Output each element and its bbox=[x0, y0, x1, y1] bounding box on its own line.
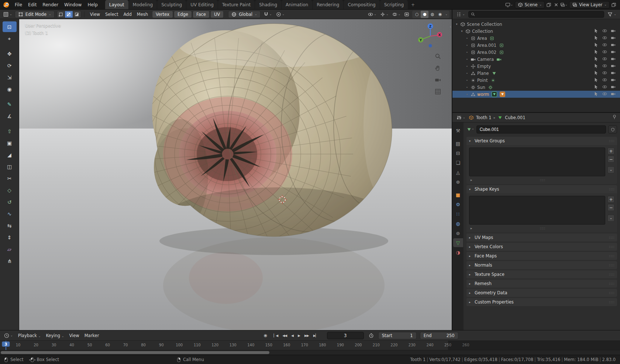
element-menu-vertex[interactable]: Vertex bbox=[152, 11, 173, 18]
new-scene-button[interactable] bbox=[545, 1, 552, 8]
tool-poly-build[interactable]: ◇ bbox=[3, 185, 17, 195]
selectable-toggle[interactable] bbox=[594, 77, 599, 83]
timeline-ruler[interactable]: 1020304050607080901001101201301401501601… bbox=[0, 340, 620, 350]
visibility-toggle[interactable]: ⌄ bbox=[366, 11, 378, 18]
hide-viewport-toggle[interactable] bbox=[602, 42, 607, 48]
shading-solid[interactable]: ● bbox=[421, 11, 428, 18]
outliner-item-area-002[interactable]: •Area.002 bbox=[452, 49, 620, 56]
hide-viewport-toggle[interactable] bbox=[602, 28, 607, 34]
panel-shape-keys-add-button[interactable]: + bbox=[607, 196, 614, 203]
tool-edge-slide[interactable]: ⇆ bbox=[3, 220, 17, 231]
selectable-toggle[interactable] bbox=[594, 35, 599, 41]
tool-knife[interactable]: ✂ bbox=[3, 173, 17, 184]
outliner-item-collection[interactable]: ▾Collection bbox=[452, 28, 620, 35]
outliner-item-worm[interactable]: •worm bbox=[452, 91, 620, 98]
outliner-item-plane[interactable]: •Plane bbox=[452, 70, 620, 77]
hide-viewport-toggle[interactable] bbox=[602, 77, 607, 83]
disable-render-toggle[interactable] bbox=[611, 42, 616, 48]
tool-bevel[interactable]: ◢ bbox=[3, 149, 17, 160]
drag-grip[interactable]: ∷∷ bbox=[609, 282, 614, 286]
mesh-data-icon[interactable]: ⌄ bbox=[466, 127, 474, 132]
proportional-editing-toggle[interactable]: ⌄ bbox=[275, 11, 286, 18]
overlays-toggle[interactable]: ⌄ bbox=[391, 11, 402, 18]
outliner-item-empty[interactable]: •Empty bbox=[452, 63, 620, 70]
disable-render-toggle[interactable] bbox=[611, 49, 616, 55]
scene-browse-icon[interactable]: ⌄ bbox=[506, 1, 513, 8]
panel-face-maps-header[interactable]: ▸Face Maps∷∷ bbox=[466, 252, 617, 260]
select-mode-vertex[interactable] bbox=[57, 11, 65, 18]
hide-viewport-toggle[interactable] bbox=[602, 49, 607, 55]
element-menu-edge[interactable]: Edge bbox=[174, 11, 192, 18]
editor-type-button[interactable]: ⌄ bbox=[2, 12, 13, 17]
tool-extrude-region[interactable]: ⇧ bbox=[3, 126, 17, 136]
pin-icon[interactable] bbox=[612, 114, 617, 121]
expand-icon[interactable]: ▾ bbox=[460, 30, 464, 33]
gizmos-toggle[interactable]: ⌄ bbox=[379, 11, 390, 18]
scrollbar-thumb[interactable] bbox=[1, 351, 269, 354]
camera-view-button[interactable] bbox=[433, 75, 442, 84]
play-button[interactable]: ▶ bbox=[296, 333, 302, 339]
menu-file[interactable]: File bbox=[12, 1, 25, 8]
navigation-gizmo[interactable]: Z Y X bbox=[416, 21, 444, 49]
menu-help[interactable]: Help bbox=[85, 1, 100, 8]
panel-shape-keys-header[interactable]: ▾Shape Keys∷∷ bbox=[466, 185, 617, 193]
workspace-tab-sculpting[interactable]: Sculpting bbox=[157, 0, 186, 9]
filter-button[interactable]: ⌄ bbox=[606, 12, 617, 17]
panel-remesh-header[interactable]: ▸Remesh∷∷ bbox=[466, 280, 617, 288]
timeline-editor-type-button[interactable]: ⌄ bbox=[3, 333, 14, 338]
panel-vertex-groups-specials-button[interactable]: ⌄ bbox=[607, 166, 614, 173]
sidebar-collapse-icon[interactable]: ‹ bbox=[450, 24, 451, 29]
properties-tab-view-layer[interactable]: ❏ bbox=[453, 158, 463, 167]
tool-spin[interactable]: ↺ bbox=[3, 197, 17, 207]
shading-rendered[interactable]: ◉ bbox=[436, 11, 444, 18]
tool-annotate[interactable]: ✎ bbox=[3, 99, 17, 110]
disable-render-toggle[interactable] bbox=[611, 70, 616, 76]
snap-toggle[interactable]: ⌄ bbox=[262, 11, 273, 18]
library-override-button[interactable] bbox=[608, 125, 617, 134]
disable-render-toggle[interactable] bbox=[611, 91, 616, 97]
expand-icon[interactable]: ▾ bbox=[455, 22, 459, 26]
outliner-search[interactable] bbox=[468, 11, 604, 18]
xray-toggle[interactable] bbox=[403, 11, 411, 18]
properties-editor-type-button[interactable]: ⌄ bbox=[455, 115, 466, 120]
viewport-menu-view[interactable]: View bbox=[87, 11, 103, 18]
panel-shape-keys-filter-expand[interactable]: ▸ bbox=[471, 226, 472, 230]
tool-inset-faces[interactable]: ▣ bbox=[3, 138, 17, 148]
panel-custom-properties-header[interactable]: ▸Custom Properties∷∷ bbox=[466, 298, 617, 306]
drag-grip[interactable]: ∷∷ bbox=[609, 300, 614, 304]
menu-window[interactable]: Window bbox=[61, 1, 85, 8]
properties-tab-constraints[interactable]: ⊚ bbox=[453, 229, 463, 238]
select-mode-face[interactable] bbox=[73, 11, 81, 18]
panel-vertex-colors-header[interactable]: ▸Vertex Colors∷∷ bbox=[466, 243, 617, 251]
workspace-tab-compositing[interactable]: Compositing bbox=[344, 0, 379, 9]
panel-uv-maps-header[interactable]: ▸UV Maps∷∷ bbox=[466, 233, 617, 242]
hide-viewport-toggle[interactable] bbox=[602, 70, 607, 76]
tool-transform[interactable]: ◉ bbox=[3, 84, 17, 94]
end-frame-field[interactable]: End 250 bbox=[420, 332, 458, 339]
chevron-down-icon[interactable]: ⌄ bbox=[444, 13, 449, 16]
drag-grip[interactable]: ∷∷ bbox=[609, 236, 614, 240]
disable-render-toggle[interactable] bbox=[611, 35, 616, 41]
workspace-tab-modeling[interactable]: Modeling bbox=[129, 0, 157, 9]
panel-vertex-groups-filter-expand[interactable]: ▸ bbox=[471, 178, 472, 182]
properties-tab-material[interactable]: ◑ bbox=[453, 248, 463, 257]
mode-dropdown[interactable]: Edit Mode ⌄ bbox=[15, 11, 55, 18]
viewport-canvas[interactable]: User Perspective (3) Tooth 1 Z Y X ‹ bbox=[19, 19, 452, 330]
timeline-menu-playback[interactable]: Playback ⌄ bbox=[16, 332, 44, 339]
panel-texture-space-header[interactable]: ▸Texture Space∷∷ bbox=[466, 270, 617, 278]
properties-tab-physics[interactable]: ◍ bbox=[453, 219, 463, 228]
properties-tab-particles[interactable]: ∷ bbox=[453, 209, 463, 218]
drag-grip[interactable]: ∷∷ bbox=[609, 139, 614, 143]
properties-tab-modifiers[interactable]: ⚙ bbox=[453, 200, 463, 209]
panel-shape-keys-list[interactable] bbox=[469, 196, 605, 225]
pan-button[interactable] bbox=[433, 63, 442, 72]
play-reverse-button[interactable]: ◀ bbox=[289, 333, 295, 339]
zoom-button[interactable] bbox=[433, 52, 442, 60]
drag-grip[interactable]: ∷∷ bbox=[609, 291, 614, 295]
selectable-toggle[interactable] bbox=[594, 56, 599, 62]
orientation-dropdown[interactable]: Global ⌄ bbox=[228, 11, 260, 18]
hide-viewport-toggle[interactable] bbox=[602, 56, 607, 62]
tool-shear[interactable]: ▱ bbox=[3, 244, 17, 254]
hide-viewport-toggle[interactable] bbox=[602, 63, 607, 69]
view-layer-browse-icon[interactable]: ⌄ bbox=[560, 1, 567, 8]
